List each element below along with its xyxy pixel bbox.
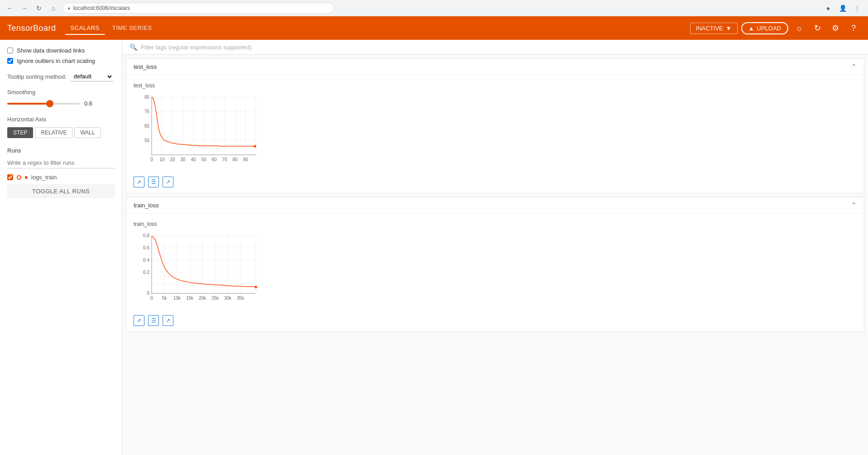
train-loss-chart-icons: ⇗ ☰ ↗ — [126, 311, 864, 331]
svg-text:0.8: 0.8 — [143, 233, 149, 238]
collapse-test-loss-icon: ⌃ — [851, 62, 857, 71]
url-text: localhost:6006/#scalars — [73, 5, 130, 11]
svg-point-32 — [254, 145, 256, 148]
svg-point-63 — [254, 286, 257, 288]
filter-input[interactable] — [141, 44, 861, 51]
svg-text:50: 50 — [201, 157, 206, 162]
data-view-button[interactable]: ☰ — [148, 177, 159, 187]
menu-button[interactable]: ⋮ — [851, 2, 863, 14]
svg-text:80: 80 — [232, 157, 238, 162]
h-axis-label: Horizontal Axis — [7, 116, 115, 123]
svg-text:40: 40 — [191, 157, 196, 162]
ignore-outliers-checkbox[interactable] — [7, 58, 13, 64]
download-train-chart-button[interactable]: ↗ — [163, 315, 173, 326]
svg-text:0.2: 0.2 — [143, 270, 149, 275]
train-loss-title: train_loss — [134, 202, 159, 209]
svg-text:0.4: 0.4 — [143, 258, 149, 263]
svg-text:0: 0 — [150, 157, 153, 162]
list-item: logs_train — [7, 174, 115, 181]
show-download-checkbox-row[interactable]: Show data download links — [7, 47, 115, 54]
smoothing-slider[interactable] — [7, 103, 80, 105]
svg-text:30: 30 — [180, 157, 186, 162]
tooltip-select[interactable]: default ascending descending — [70, 72, 113, 81]
show-download-label: Show data download links — [17, 47, 85, 54]
address-bar: ● localhost:6006/#scalars — [62, 3, 334, 14]
svg-text:75: 75 — [144, 109, 150, 114]
svg-text:25k: 25k — [211, 296, 219, 301]
extensions-button[interactable]: ● — [822, 2, 834, 14]
svg-text:30k: 30k — [224, 296, 232, 301]
svg-text:85: 85 — [144, 95, 150, 100]
train-loss-header[interactable]: train_loss ⌃ — [126, 197, 864, 214]
show-download-checkbox[interactable] — [7, 48, 13, 53]
sidebar: Show data download links Ignore outliers… — [0, 40, 122, 455]
ignore-outliers-checkbox-row[interactable]: Ignore outliers in chart scaling — [7, 57, 115, 64]
inactive-dropdown[interactable]: INACTIVE ▼ — [690, 23, 738, 34]
runs-section: Runs logs_train TOGGLE ALL RUNS — [7, 147, 115, 202]
forward-button[interactable]: → — [19, 3, 30, 14]
test-loss-header[interactable]: test_loss ⌃ — [126, 59, 864, 75]
theme-button[interactable]: ☼ — [792, 21, 806, 35]
test-loss-chart-icons: ⇗ ☰ ↗ — [126, 173, 864, 193]
svg-text:0: 0 — [150, 296, 153, 301]
tb-nav: SCALARS TIME SERIES — [65, 22, 158, 35]
back-button[interactable]: ← — [5, 3, 15, 14]
svg-text:10k: 10k — [173, 296, 181, 301]
svg-text:35k: 35k — [237, 296, 245, 301]
reload-button[interactable]: ↻ — [34, 3, 44, 14]
svg-text:20k: 20k — [199, 296, 206, 301]
collapse-train-loss-icon: ⌃ — [851, 201, 857, 210]
smoothing-label: Smoothing — [7, 89, 115, 96]
svg-text:60: 60 — [211, 157, 217, 162]
svg-text:90: 90 — [243, 157, 248, 162]
tooltip-row: Tooltip sorting method: default ascendin… — [7, 72, 115, 81]
run-color-dot — [17, 175, 21, 180]
help-button[interactable]: ? — [846, 21, 861, 35]
svg-text:10: 10 — [159, 157, 165, 162]
profile-button[interactable]: 👤 — [836, 2, 849, 14]
lock-icon: ● — [67, 5, 71, 11]
axis-btn-group: STEP RELATIVE WALL — [7, 127, 115, 138]
browser-chrome: ← → ↻ ⌂ ● localhost:6006/#scalars ● 👤 ⋮ — [0, 0, 868, 16]
train-loss-section: train_loss ⌃ train_loss — [126, 197, 864, 332]
search-icon: 🔍 — [129, 43, 137, 51]
train-loss-chart-title: train_loss — [134, 221, 857, 227]
smoothing-value: 0.6 — [84, 100, 98, 107]
train-loss-chart: 0.8 0.6 0.4 0.2 0 0 5k 10k 15k 20k 25k 3… — [134, 231, 265, 308]
svg-text:65: 65 — [144, 124, 150, 129]
svg-text:0: 0 — [147, 291, 149, 296]
nav-scalars[interactable]: SCALARS — [65, 22, 105, 35]
slider-row: 0.6 — [7, 100, 115, 107]
upload-icon: ▲ — [748, 25, 754, 32]
nav-time-series[interactable]: TIME SERIES — [107, 22, 158, 35]
refresh-button[interactable]: ↻ — [810, 21, 825, 35]
home-button[interactable]: ⌂ — [48, 3, 59, 14]
smoothing-section: Smoothing 0.6 — [7, 89, 115, 107]
run-checkbox-logs-train[interactable] — [7, 174, 13, 180]
axis-wall-button[interactable]: WALL — [74, 127, 101, 138]
svg-text:15k: 15k — [186, 296, 194, 301]
test-loss-chart-container: test_loss — [126, 75, 864, 173]
svg-text:0.6: 0.6 — [143, 245, 149, 250]
runs-filter-input[interactable] — [7, 158, 115, 168]
main-layout: Show data download links Ignore outliers… — [0, 40, 868, 455]
settings-button[interactable]: ⚙ — [828, 21, 843, 35]
train-loss-chart-container: train_loss — [126, 214, 864, 311]
axis-step-button[interactable]: STEP — [7, 127, 33, 138]
test-loss-section: test_loss ⌃ test_loss — [126, 58, 864, 193]
expand-chart-button[interactable]: ⇗ — [134, 177, 144, 187]
content-area: 🔍 test_loss ⌃ test_loss — [122, 40, 868, 455]
toggle-all-runs-button[interactable]: TOGGLE ALL RUNS — [7, 184, 115, 198]
test-loss-chart-wrapper: 85 75 65 55 0 10 20 30 40 50 60 70 80 — [134, 92, 857, 169]
test-loss-chart-title: test_loss — [134, 82, 857, 89]
axis-relative-button[interactable]: RELATIVE — [35, 127, 72, 138]
data-view-train-button[interactable]: ☰ — [148, 315, 159, 326]
h-axis-section: Horizontal Axis STEP RELATIVE WALL — [7, 116, 115, 138]
download-chart-button[interactable]: ↗ — [163, 177, 173, 187]
runs-label: Runs — [7, 147, 115, 154]
filter-bar: 🔍 — [122, 40, 868, 55]
tooltip-label: Tooltip sorting method: — [7, 73, 67, 80]
expand-train-chart-button[interactable]: ⇗ — [134, 315, 144, 326]
upload-button[interactable]: ▲ UPLOAD — [741, 22, 788, 34]
dropdown-arrow-icon: ▼ — [726, 25, 732, 32]
